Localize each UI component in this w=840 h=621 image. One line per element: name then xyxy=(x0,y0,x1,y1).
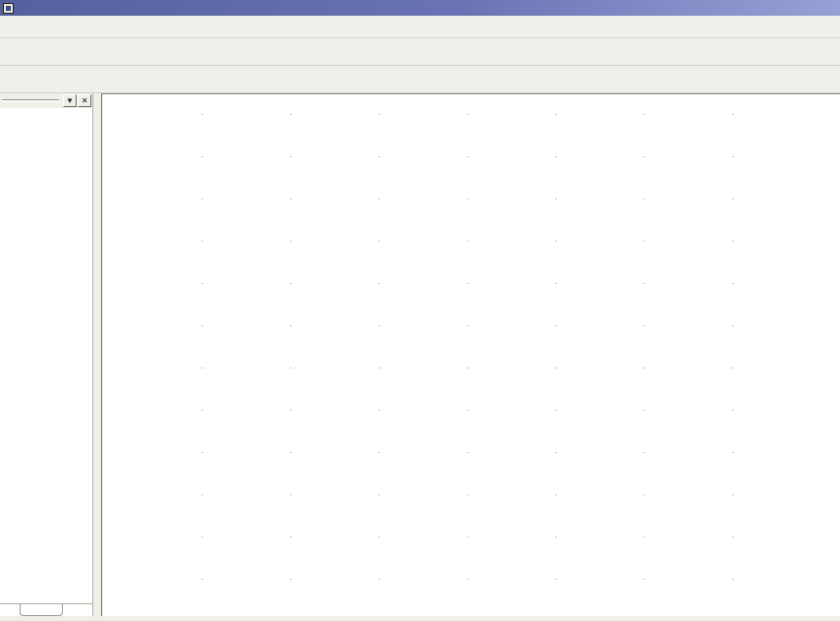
project-workspace: ▼ ✕ xyxy=(0,93,93,616)
title-bar xyxy=(0,0,840,16)
app-icon xyxy=(3,3,14,14)
workspace-close-button[interactable]: ✕ xyxy=(78,94,91,107)
ladder-editor[interactable] xyxy=(101,93,840,616)
standard-toolbar xyxy=(0,38,840,66)
workspace-header: ▼ ✕ xyxy=(0,93,92,108)
ladder-grid xyxy=(156,94,775,616)
project-tab[interactable] xyxy=(20,604,63,616)
diagram-toolbar xyxy=(0,66,840,93)
workspace-tab-bar xyxy=(0,603,92,616)
project-tree xyxy=(0,108,92,110)
menu-bar xyxy=(0,16,840,38)
workspace-grip[interactable] xyxy=(2,99,59,102)
main-area: ▼ ✕ xyxy=(0,93,840,616)
workspace-dropdown-button[interactable]: ▼ xyxy=(63,94,77,107)
